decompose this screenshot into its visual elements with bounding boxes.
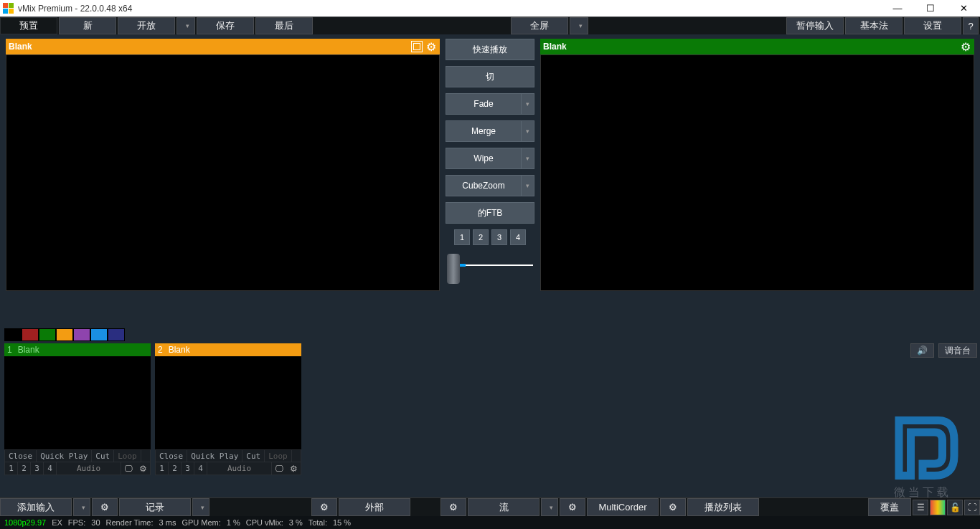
category-color[interactable] [4, 328, 22, 341]
color-icon[interactable] [397, 41, 408, 52]
watermark: 微当下载 [880, 409, 966, 500]
mixer-button[interactable]: 调音台 [938, 343, 977, 358]
playlist-button[interactable]: 播放列表 [687, 498, 759, 516]
preview-canvas[interactable] [6, 54, 440, 291]
category-color[interactable] [22, 328, 39, 341]
fade-dropdown[interactable]: ▾ [522, 93, 534, 115]
save-button[interactable]: 保存 [197, 17, 254, 34]
layout-icon[interactable]: ☰ [913, 500, 928, 515]
close-button[interactable]: ✕ [947, 0, 980, 16]
audio-button[interactable]: Audio [57, 462, 121, 475]
multicorder-gear-icon[interactable]: ⚙ [560, 498, 585, 516]
wipe-button[interactable]: Wipe [446, 148, 522, 169]
add-input-dropdown[interactable] [73, 498, 90, 516]
add-input-button[interactable]: 添加输入 [0, 498, 72, 516]
multicorder-button[interactable]: MultiCorder [587, 498, 659, 516]
pause-inputs-button[interactable]: 暂停输入 [786, 17, 844, 34]
title-bar: vMix Premium - 22.0.0.48 x64 — ☐ ✕ [0, 0, 980, 16]
cubezoom-button[interactable]: CubeZoom [446, 175, 522, 196]
close-button[interactable]: Close [5, 450, 37, 462]
overlay-1-button[interactable]: 1 [454, 229, 470, 245]
output-canvas[interactable] [540, 54, 974, 291]
gear-icon[interactable]: ⚙ [136, 462, 150, 475]
category-color[interactable] [73, 328, 90, 341]
overlay-4-button[interactable]: 4 [510, 229, 526, 245]
overlay-2-button[interactable]: 2 [473, 229, 489, 245]
stream-dropdown[interactable] [541, 498, 558, 516]
basic-button[interactable]: 基本法 [845, 17, 903, 34]
monitor-icon[interactable]: 🖵 [121, 462, 136, 475]
input-header[interactable]: 1Blank [4, 343, 151, 356]
settings-button[interactable]: 设置 [904, 17, 961, 34]
ov3-button[interactable]: 3 [182, 462, 194, 475]
new-button[interactable]: 新 [59, 17, 116, 34]
quickplay-button[interactable]: Quick Play [37, 450, 92, 462]
external-button[interactable]: 外部 [339, 498, 410, 516]
overlay-button[interactable]: 覆盖 [868, 498, 911, 516]
playlist-gear-icon[interactable]: ⚙ [660, 498, 686, 516]
resolution: 1080p29.97 [4, 518, 46, 527]
quickplay-button[interactable]: Quick Play [187, 450, 242, 462]
help-button[interactable]: ? [963, 17, 979, 34]
ov3-button[interactable]: 3 [31, 462, 44, 475]
ov1-button[interactable]: 1 [5, 462, 18, 475]
external-gear-icon[interactable]: ⚙ [311, 498, 337, 516]
stream-gear-icon[interactable]: ⚙ [440, 498, 466, 516]
gear-icon[interactable]: ⚙ [960, 41, 971, 52]
input-canvas[interactable] [4, 356, 151, 449]
loop-button[interactable]: Loop [265, 450, 292, 462]
ftb-button[interactable]: 的FTB [446, 202, 534, 224]
meters-icon[interactable] [930, 500, 946, 515]
audio-button[interactable]: Audio [207, 462, 272, 475]
input-header[interactable]: 2Blank [155, 343, 301, 356]
loop-button[interactable]: Loop [114, 450, 141, 462]
frame-icon[interactable] [411, 41, 423, 52]
cut-button[interactable]: Cut [92, 450, 114, 462]
maximize-button[interactable]: ☐ [914, 0, 947, 16]
t-bar[interactable] [447, 254, 533, 282]
output-header: Blank ⚙ [540, 39, 974, 54]
ex-label: EX [52, 518, 62, 527]
close-button[interactable]: Close [156, 450, 187, 462]
cpuvmix-value: 3 % [289, 518, 303, 527]
category-color[interactable] [39, 328, 56, 341]
gear-icon[interactable]: ⚙ [286, 462, 301, 475]
ov2-button[interactable]: 2 [169, 462, 182, 475]
fullscreen-dropdown[interactable] [570, 17, 588, 34]
preview-title: Blank [9, 42, 32, 52]
category-color[interactable] [56, 328, 73, 341]
audio-icon[interactable]: 🔊 [910, 343, 934, 358]
cut-button[interactable]: 切 [446, 66, 534, 87]
gear-icon[interactable]: ⚙ [425, 41, 437, 52]
quickplay-button[interactable]: 快速播放 [446, 39, 534, 60]
overlay-3-button[interactable]: 3 [491, 229, 507, 245]
preview-panel: Blank ⚙ [6, 39, 440, 291]
record-dropdown[interactable] [192, 498, 209, 516]
ov4-button[interactable]: 4 [44, 462, 57, 475]
category-color[interactable] [90, 328, 108, 341]
cut-button[interactable]: Cut [242, 450, 265, 462]
monitor-icon[interactable]: 🖵 [272, 462, 286, 475]
preset-button[interactable]: 预置 [0, 17, 57, 34]
stream-button[interactable]: 流 [468, 498, 540, 516]
merge-button[interactable]: Merge [446, 120, 522, 142]
fullscreen-ui-icon[interactable]: ⛶ [964, 500, 980, 515]
lock-icon[interactable]: 🔓 [947, 500, 963, 515]
merge-dropdown[interactable]: ▾ [522, 120, 534, 142]
open-button[interactable]: 开放 [118, 17, 175, 34]
category-color[interactable] [108, 328, 125, 341]
ov4-button[interactable]: 4 [194, 462, 207, 475]
fullscreen-button[interactable]: 全屏 [511, 17, 568, 34]
ov1-button[interactable]: 1 [156, 462, 169, 475]
record-gear-icon[interactable]: ⚙ [92, 498, 118, 516]
last-button[interactable]: 最后 [255, 17, 313, 34]
minimize-button[interactable]: — [881, 0, 914, 16]
input-canvas[interactable] [155, 356, 301, 449]
fade-button[interactable]: Fade [446, 93, 522, 115]
record-button[interactable]: 记录 [119, 498, 191, 516]
wipe-dropdown[interactable]: ▾ [522, 148, 534, 169]
ov2-button[interactable]: 2 [18, 462, 31, 475]
open-dropdown[interactable] [176, 17, 195, 34]
cubezoom-dropdown[interactable]: ▾ [522, 175, 534, 196]
gpumem-label: GPU Mem: [182, 518, 220, 527]
